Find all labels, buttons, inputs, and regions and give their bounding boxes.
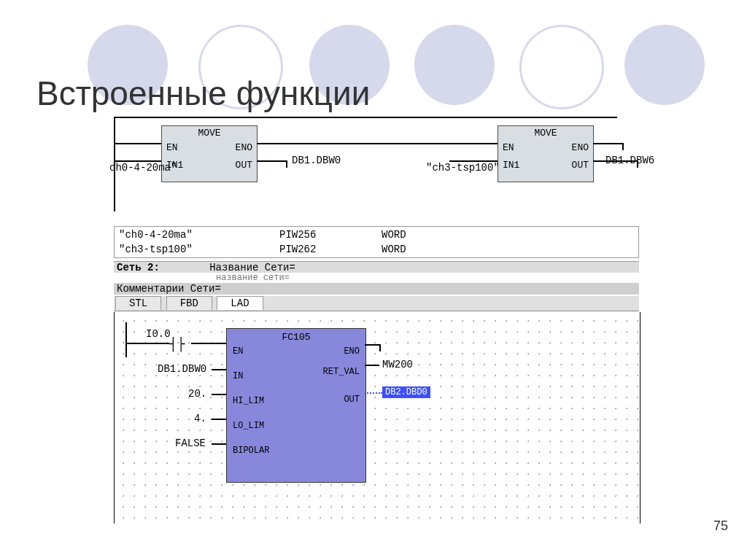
page-number: 75 — [713, 518, 728, 534]
tab-lad[interactable]: LAD — [217, 296, 263, 310]
contact-symbol: ┤├ — [169, 337, 185, 351]
decorative-circle — [414, 25, 495, 105]
fc-hilim-val: 20. — [188, 388, 206, 400]
move-block-1: MOVE EN ENO IN1 OUT — [161, 125, 258, 182]
fc-in-val: DB1.DBW0 — [158, 363, 206, 375]
move2-in-value: "ch3-tsp100" — [426, 162, 500, 174]
language-tabs: STL FBD LAD — [114, 296, 639, 311]
tab-fbd[interactable]: FBD — [166, 296, 212, 310]
fc-bipolar-val: FALSE — [175, 438, 206, 449]
variable-table: "ch0-4-20ma" PIW256 WORD "ch3-tsp100" PI… — [114, 226, 639, 258]
slide-title: Встроенные функции — [36, 74, 370, 113]
move-block-2: MOVE EN ENO IN1 OUT — [498, 125, 594, 182]
network1-ladder: MOVE EN ENO IN1 OUT ch0-4-20ma" DB1.DBW0… — [114, 117, 646, 219]
network-comment: Комментарии Сети= — [114, 283, 639, 295]
move1-out-value: DB1.DBW0 — [292, 155, 341, 166]
move2-out-value: DB1.DBW6 — [605, 155, 654, 166]
tab-stl[interactable]: STL — [115, 296, 161, 310]
decorative-circle — [519, 25, 604, 109]
fc-out-val-highlighted[interactable]: DB2.DBD0 — [382, 386, 430, 398]
fc-lolim-val: 4. — [194, 413, 206, 424]
network-header-shadow: название сети= — [114, 273, 639, 283]
fc-retval-val: MW200 — [382, 359, 413, 370]
contact-i0-0-label: I0.0 — [146, 328, 171, 340]
fc105-block: FC105 EN IN HI_LIM LO_LIM BIPOLAR ENO RE… — [226, 328, 366, 483]
out-wire-dotted — [365, 392, 382, 395]
decorative-circle — [624, 25, 705, 105]
move1-in-value: ch0-4-20ma" — [109, 162, 177, 174]
